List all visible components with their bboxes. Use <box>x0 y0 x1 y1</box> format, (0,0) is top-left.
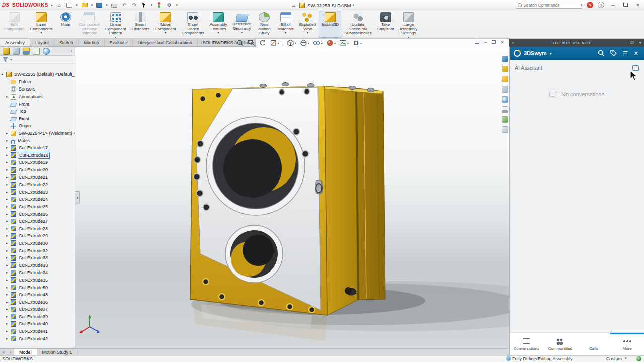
expand-arrow-icon[interactable]: ▸ <box>6 227 11 231</box>
close-button[interactable]: ✕ <box>634 3 642 8</box>
search-caret-icon[interactable]: ▾ <box>581 3 583 7</box>
featuremanager-tab-icon[interactable] <box>3 48 10 55</box>
expand-arrow-icon[interactable]: ▸ <box>6 329 11 333</box>
propertymanager-tab-icon[interactable] <box>13 48 20 55</box>
ribbon-button[interactable]: Bill of Materials ▾ <box>275 11 296 38</box>
ribbon-button[interactable]: Move Component ▾ <box>152 11 178 38</box>
feature-tree-item[interactable]: ▸ SW-02253 (Default) <Default_Displa <box>0 71 75 78</box>
expand-arrow-icon[interactable]: ▸ <box>6 131 11 135</box>
design-library-icon[interactable] <box>502 66 508 72</box>
swym-tab[interactable]: Calls <box>577 333 611 355</box>
command-tab[interactable]: Evaluate <box>105 39 133 46</box>
dimxpertmanager-tab-icon[interactable] <box>33 48 40 55</box>
doc-restore-icon[interactable] <box>492 40 496 45</box>
feature-tree-item[interactable]: ▸ Cut-Extrude18 <box>0 152 75 159</box>
feature-tree-item[interactable]: ▸ Cut-Extrude48 <box>0 291 75 299</box>
expand-arrow-icon[interactable]: ▸ <box>6 197 11 201</box>
brand-caret-icon[interactable]: ▸ <box>51 3 53 7</box>
feature-tree-item[interactable]: ▸ Folder <box>0 78 75 86</box>
ribbon-button[interactable]: Edit Component ▾ <box>1 11 27 38</box>
view-settings-icon[interactable]: ▾ <box>352 39 362 47</box>
feature-tree-item[interactable]: ▸ Front <box>0 100 75 108</box>
ribbon-button[interactable]: Large Assembly Settings ▾ <box>397 11 420 38</box>
feature-tree-item[interactable]: ▸ Cut-Extrude27 <box>0 218 75 225</box>
expand-arrow-icon[interactable]: ▸ <box>2 72 6 76</box>
feature-tree-item[interactable]: ▸ Cut-Extrude42 <box>0 335 75 342</box>
expand-arrow-icon[interactable]: ▸ <box>6 205 11 209</box>
user-avatar[interactable]: S <box>587 2 593 8</box>
ribbon-button[interactable]: Reference Geometry ▾ <box>230 11 254 38</box>
view-settings-caret-icon[interactable]: ▾ <box>360 41 362 45</box>
expand-arrow-icon[interactable]: ▸ <box>6 234 11 238</box>
new-document-icon[interactable] <box>66 2 73 8</box>
feature-tree-item[interactable]: ▸ Cut-Extrude50 <box>0 284 75 291</box>
tag-icon[interactable] <box>609 50 618 57</box>
rebuild-icon[interactable] <box>155 2 163 8</box>
edit-appearance-icon[interactable]: ▾ <box>326 39 336 47</box>
ribbon-button[interactable]: Linear Component Pattern ▾ <box>103 11 128 38</box>
command-tab[interactable]: Lifecycle and Collaboration <box>133 39 198 46</box>
forum-icon[interactable] <box>502 126 508 133</box>
swym-tab[interactable]: Communities <box>543 333 577 355</box>
feature-tree-item[interactable]: ▸ Annotations <box>0 93 75 101</box>
panel-menu-icon[interactable]: ☰ <box>621 50 629 57</box>
feature-tree-item[interactable]: ▸ Cut-Extrude34 <box>0 269 75 277</box>
open-caret-icon[interactable]: ▾ <box>91 3 93 7</box>
select-cursor-icon[interactable] <box>141 2 148 8</box>
command-tab[interactable]: Sketch <box>54 39 79 46</box>
section-caret-icon[interactable]: ▾ <box>278 41 279 45</box>
new-conversation-icon[interactable] <box>632 65 639 71</box>
feature-tree-item[interactable]: ▸ Cut-Extrude30 <box>0 240 75 247</box>
3dswym-app-title[interactable]: 3DSwym <box>524 50 547 56</box>
view-orientation-caret-icon[interactable]: ▾ <box>295 41 296 45</box>
feature-tree-item[interactable]: ▸ Mates <box>0 137 75 144</box>
expand-arrow-icon[interactable]: ▸ <box>6 278 11 282</box>
expand-arrow-icon[interactable]: ▸ <box>6 270 11 275</box>
expand-arrow-icon[interactable]: ▸ <box>6 322 11 326</box>
feature-tree-item[interactable]: ▸ Top <box>0 108 75 115</box>
expand-arrow-icon[interactable]: ▸ <box>6 315 11 319</box>
feature-tree-item[interactable]: ▸ Cut-Extrude24 <box>0 196 75 203</box>
hide-show-items-icon[interactable]: ▾ <box>313 39 323 47</box>
minimize-button[interactable]: ─ <box>609 3 617 8</box>
doc-minimize-icon[interactable]: ─ <box>484 40 487 45</box>
feature-tree-item[interactable]: ▸ Cut-Extrude37 <box>0 306 75 313</box>
ribbon-button[interactable]: Assembly Features ▾ <box>207 11 230 38</box>
feature-tree-item[interactable]: ▸ Origin <box>0 122 75 130</box>
help-icon[interactable]: ? <box>598 2 604 8</box>
undo-icon[interactable]: ↶ <box>121 2 128 8</box>
feature-tree-item[interactable]: ▸ Cut-Extrude39 <box>0 313 75 321</box>
graphics-viewport[interactable]: ◂ <box>75 47 509 349</box>
expand-arrow-icon[interactable]: ▸ <box>6 153 11 157</box>
pack-and-go-icon[interactable] <box>502 116 508 123</box>
home-icon[interactable]: ⌂ <box>56 2 63 8</box>
search-input[interactable] <box>523 3 579 8</box>
save-caret-icon[interactable]: ▾ <box>106 3 108 7</box>
panel-collapse-icon[interactable]: « <box>509 40 517 45</box>
tab-scroll-left-icon[interactable]: « <box>0 349 7 355</box>
appearances-scenes-icon[interactable] <box>502 96 508 103</box>
expand-arrow-icon[interactable]: ▸ <box>6 190 11 194</box>
command-tab[interactable]: Markup <box>79 39 105 46</box>
feature-tree-item[interactable]: ▸ Cut-Extrude32 <box>0 247 75 254</box>
document-tab[interactable]: Motion Study 1 <box>37 349 78 355</box>
view-palette-icon[interactable] <box>502 86 508 93</box>
expand-arrow-icon[interactable]: ▸ <box>6 219 11 223</box>
feature-tree-item[interactable]: ▸ Cut-Extrude36 <box>0 298 75 306</box>
display-style-icon[interactable]: ▾ <box>300 39 309 47</box>
zoom-to-area-icon[interactable] <box>248 39 255 47</box>
hide-show-caret-icon[interactable]: ▾ <box>321 41 323 45</box>
units-selector[interactable]: Custom <box>606 356 622 361</box>
restore-button[interactable] <box>621 3 629 8</box>
feature-tree-item[interactable]: ▸ Cut-Extrude38 <box>0 254 75 262</box>
feature-tree-item[interactable]: ▸ Cut-Extrude41 <box>0 328 75 335</box>
ribbon-button[interactable]: Take Snapshot ▾ <box>375 11 397 38</box>
feature-tree-item[interactable]: ▸ Right <box>0 115 75 123</box>
filter-funnel-icon[interactable] <box>3 57 8 62</box>
new-caret-icon[interactable]: ▾ <box>76 3 78 7</box>
ribbon-button[interactable]: Insert Components ▾ <box>27 11 55 38</box>
custom-properties-icon[interactable] <box>502 106 508 113</box>
feature-tree-item[interactable]: ▸ Cut-Extrude23 <box>0 189 75 196</box>
expand-arrow-icon[interactable]: ▸ <box>6 183 11 187</box>
feature-tree-item[interactable]: ▸ SW-02254<1> (Weldment) <W <box>0 130 75 137</box>
